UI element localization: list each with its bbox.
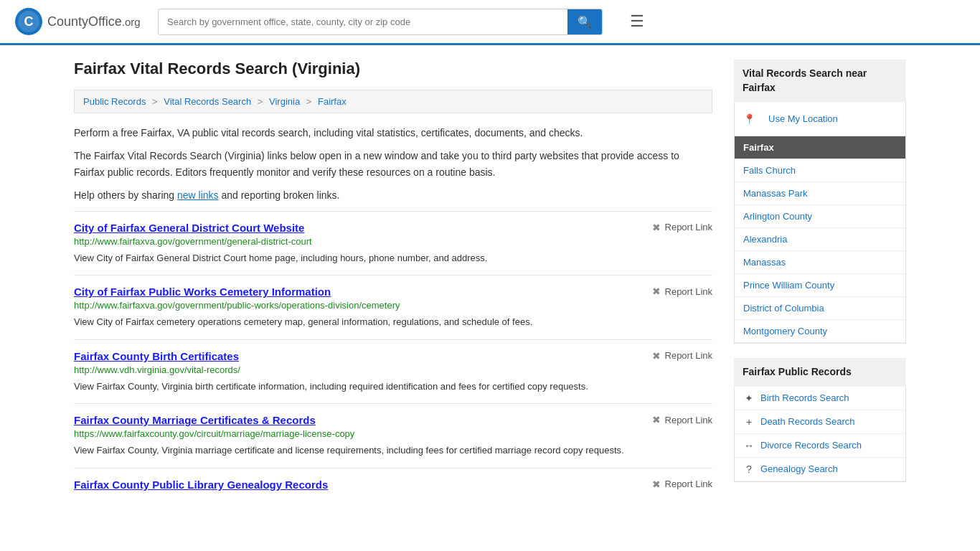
location-link[interactable]: Prince William County	[735, 274, 905, 296]
use-my-location-item[interactable]: 📍 Use My Location	[735, 102, 905, 136]
pin-icon: 📍	[743, 113, 755, 125]
pr-label: Death Records Search	[760, 416, 855, 427]
record-link[interactable]: Fairfax County Public Library Genealogy …	[74, 479, 328, 491]
public-record-link[interactable]: ↔ Divorce Records Search	[735, 434, 905, 457]
breadcrumb-public-records[interactable]: Public Records	[83, 96, 146, 107]
content-area: Fairfax Vital Records Search (Virginia) …	[74, 60, 712, 501]
location-link[interactable]: Alexandria	[735, 228, 905, 250]
search-input[interactable]	[159, 9, 567, 34]
record-entry: Fairfax County Marriage Certificates & R…	[74, 403, 712, 468]
public-records-list: ✦ Birth Records Search + Death Records S…	[734, 387, 906, 482]
public-record-link[interactable]: + Death Records Search	[735, 410, 905, 433]
location-list: 📍 Use My Location FairfaxFalls ChurchMan…	[734, 102, 906, 344]
record-desc: View City of Fairfax cemetery operations…	[74, 315, 712, 329]
public-record-link[interactable]: ✦ Birth Records Search	[735, 387, 905, 410]
pr-label: Genealogy Search	[760, 463, 838, 474]
record-entry: City of Fairfax General District Court W…	[74, 211, 712, 276]
svg-text:C: C	[24, 14, 34, 29]
public-record-item[interactable]: ↔ Divorce Records Search	[735, 434, 905, 458]
location-item[interactable]: District of Columbia	[735, 297, 905, 320]
record-link[interactable]: Fairfax County Birth Certificates	[74, 350, 239, 362]
report-icon: ✖	[652, 222, 661, 233]
record-link[interactable]: Fairfax County Marriage Certificates & R…	[74, 414, 316, 426]
pr-icon: +	[743, 416, 755, 428]
location-link[interactable]: Arlington County	[735, 205, 905, 227]
report-link[interactable]: ✖ Report Link	[638, 286, 712, 297]
location-link[interactable]: Fairfax	[735, 136, 905, 159]
report-link[interactable]: ✖ Report Link	[638, 479, 712, 490]
report-label: Report Link	[665, 479, 712, 489]
new-links-link[interactable]: new links	[177, 189, 219, 201]
record-desc: View Fairfax County, Virginia marriage c…	[74, 443, 712, 458]
record-header: Fairfax County Public Library Genealogy …	[74, 479, 712, 491]
location-item[interactable]: Falls Church	[735, 159, 905, 182]
record-link[interactable]: City of Fairfax Public Works Cemetery In…	[74, 286, 331, 298]
description-1: Perform a free Fairfax, VA public vital …	[74, 125, 712, 141]
use-my-location-link[interactable]: Use My Location	[760, 108, 847, 130]
site-header: C CountyOffice.org 🔍 ☰	[0, 0, 980, 45]
logo-icon: C	[14, 7, 43, 36]
hamburger-button[interactable]: ☰	[624, 9, 650, 34]
report-link[interactable]: ✖ Report Link	[638, 350, 712, 362]
location-link[interactable]: Manassas	[735, 251, 905, 273]
record-url[interactable]: http://www.fairfaxva.gov/government/publ…	[74, 300, 712, 311]
report-link[interactable]: ✖ Report Link	[638, 414, 712, 425]
report-label: Report Link	[665, 350, 712, 361]
location-item[interactable]: Manassas Park	[735, 182, 905, 205]
location-item[interactable]: Manassas	[735, 251, 905, 274]
report-link[interactable]: ✖ Report Link	[638, 222, 712, 233]
breadcrumb-sep-2: >	[258, 96, 263, 107]
search-bar[interactable]: 🔍	[158, 9, 603, 35]
report-icon: ✖	[652, 350, 661, 362]
records-container: City of Fairfax General District Court W…	[74, 211, 712, 501]
breadcrumb-virginia[interactable]: Virginia	[269, 96, 300, 107]
pr-icon: ?	[743, 463, 755, 475]
location-item[interactable]: Montgomery County	[735, 320, 905, 343]
location-link[interactable]: Montgomery County	[735, 320, 905, 342]
record-header: Fairfax County Birth Certificates ✖ Repo…	[74, 350, 712, 362]
search-button[interactable]: 🔍	[567, 9, 602, 34]
location-item[interactable]: Arlington County	[735, 205, 905, 228]
nearby-title: Vital Records Search near Fairfax	[734, 60, 906, 102]
breadcrumb-vital-records[interactable]: Vital Records Search	[164, 96, 251, 107]
record-url[interactable]: http://www.vdh.virginia.gov/vital-record…	[74, 364, 712, 375]
report-label: Report Link	[665, 286, 712, 297]
breadcrumb-sep-3: >	[306, 96, 312, 107]
record-title: City of Fairfax Public Works Cemetery In…	[74, 286, 331, 298]
public-record-item[interactable]: ✦ Birth Records Search	[735, 387, 905, 410]
breadcrumb-sep-1: >	[152, 96, 158, 107]
breadcrumb: Public Records > Vital Records Search > …	[74, 90, 712, 113]
report-icon: ✖	[652, 479, 661, 490]
page-title: Fairfax Vital Records Search (Virginia)	[74, 60, 712, 78]
location-link[interactable]: District of Columbia	[735, 297, 905, 319]
main-container: Fairfax Vital Records Search (Virginia) …	[60, 45, 920, 515]
record-title: City of Fairfax General District Court W…	[74, 222, 304, 234]
record-entry: Fairfax County Birth Certificates ✖ Repo…	[74, 339, 712, 404]
report-label: Report Link	[665, 415, 712, 425]
record-entry: City of Fairfax Public Works Cemetery In…	[74, 275, 712, 339]
pr-icon: ✦	[743, 392, 755, 404]
location-item[interactable]: Alexandria	[735, 228, 905, 251]
public-record-item[interactable]: ? Genealogy Search	[735, 458, 905, 481]
record-desc: View City of Fairfax General District Co…	[74, 251, 712, 265]
public-record-link[interactable]: ? Genealogy Search	[735, 458, 905, 481]
location-link[interactable]: Manassas Park	[735, 182, 905, 204]
record-url[interactable]: http://www.fairfaxva.gov/government/gene…	[74, 236, 712, 247]
record-header: City of Fairfax General District Court W…	[74, 222, 712, 234]
breadcrumb-fairfax[interactable]: Fairfax	[318, 96, 347, 107]
record-url[interactable]: https://www.fairfaxcounty.gov/circuit/ma…	[74, 428, 712, 439]
location-item[interactable]: Fairfax	[735, 136, 905, 159]
record-link[interactable]: City of Fairfax General District Court W…	[74, 222, 304, 234]
public-record-item[interactable]: + Death Records Search	[735, 410, 905, 434]
record-desc: View Fairfax County, Virginia birth cert…	[74, 380, 712, 394]
report-label: Report Link	[665, 222, 712, 232]
description-3: Help others by sharing new links and rep…	[74, 187, 712, 203]
record-header: Fairfax County Marriage Certificates & R…	[74, 414, 712, 426]
pr-label: Divorce Records Search	[760, 440, 862, 451]
logo-text: CountyOffice.org	[47, 14, 141, 29]
record-header: City of Fairfax Public Works Cemetery In…	[74, 286, 712, 298]
location-link[interactable]: Falls Church	[735, 159, 905, 182]
location-list-items: FairfaxFalls ChurchManassas ParkArlingto…	[735, 136, 905, 343]
location-item[interactable]: Prince William County	[735, 274, 905, 297]
nearby-section: Vital Records Search near Fairfax 📍 Use …	[734, 60, 906, 344]
